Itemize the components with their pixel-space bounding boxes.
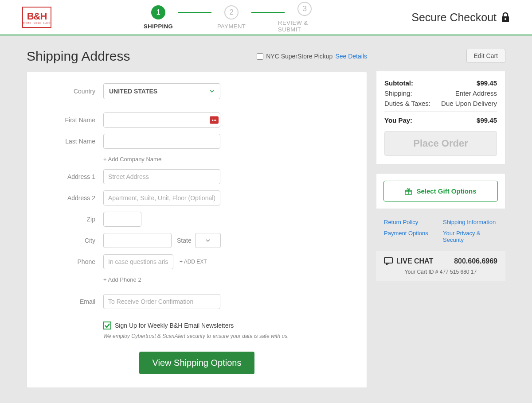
secure-checkout-label: Secure Checkout [411,11,510,24]
chat-icon [384,257,393,265]
newsletter-checkbox-row[interactable]: Sign Up for Weekly B&H Email Newsletters [103,322,349,329]
logo-subtext: PHOTO · VIDEO · AUDIO [23,22,51,24]
address1-label: Address 1 [45,173,103,180]
divider [384,112,497,112]
chevron-down-icon [205,238,211,243]
phone-input[interactable] [103,254,173,269]
return-policy-link[interactable]: Return Policy [384,219,438,225]
youpay-value: $99.45 [477,116,497,124]
address2-label: Address 2 [45,194,103,202]
shipping-value: Enter Address [455,89,497,97]
phone-number: 800.606.6969 [454,257,497,265]
youpay-label: You Pay: [384,116,412,124]
step-label: PAYMENT [217,23,246,30]
cart-id: Your Cart ID # 477 515 680 17 [384,269,497,275]
view-shipping-button[interactable]: View Shipping Options [139,352,255,374]
place-order-button[interactable]: Place Order [384,131,497,156]
add-phone2-link[interactable]: + Add Phone 2 [103,276,141,283]
add-ext-link[interactable]: + ADD EXT [180,259,207,265]
help-links: Return Policy Shipping Information Payme… [376,215,505,251]
contact-card: LIVE CHAT 800.606.6969 Your Cart ID # 47… [376,251,505,281]
duties-value: Due Upon Delivery [441,100,497,107]
main-content: Shipping Address NYC SuperStore Pickup S… [27,49,367,388]
add-company-link[interactable]: + Add Company Name [103,156,161,163]
city-input[interactable] [103,233,172,248]
svg-rect-5 [384,258,392,263]
gift-options-button[interactable]: Select Gift Options [383,181,498,202]
step-payment: 2 PAYMENT [205,5,258,30]
duties-label: Duties & Taxes: [384,100,430,107]
chevron-down-icon [209,89,215,94]
checkmark-icon [104,322,110,329]
privacy-link[interactable]: Your Privacy & Security [443,230,497,243]
firstname-label: First Name [45,116,103,124]
email-label: Email [45,298,103,305]
autofill-icon[interactable]: ••• [210,116,219,124]
country-label: Country [45,88,103,95]
subtotal-value: $99.45 [477,79,497,87]
payment-options-link[interactable]: Payment Options [384,230,438,243]
zip-input[interactable] [103,212,141,227]
security-note: We employ Cybertrust & ScanAlert securit… [103,333,349,339]
address2-input[interactable] [103,190,220,205]
checkout-steps: 1 SHIPPING 2 PAYMENT 3 REVIEW & SUBMIT [69,2,394,33]
shipping-form: Country UNITED STATES First Name ••• Las… [27,72,367,388]
logo[interactable]: B&H PHOTO · VIDEO · AUDIO [22,7,51,28]
pickup-label: NYC SuperStore Pickup [266,53,332,60]
live-chat-button[interactable]: LIVE CHAT [384,257,433,265]
zip-label: Zip [45,216,103,223]
newsletter-checkbox[interactable] [103,322,111,329]
step-label: SHIPPING [144,23,173,30]
step-number: 3 [297,2,312,16]
see-details-link[interactable]: See Details [335,53,367,60]
shipping-info-link[interactable]: Shipping Information [443,219,497,225]
lastname-label: Last Name [45,138,103,145]
lock-icon [501,12,510,23]
live-chat-label: LIVE CHAT [396,257,433,265]
step-review: 3 REVIEW & SUBMIT [278,2,331,33]
city-label: City [45,237,103,244]
logo-text: B&H [27,11,47,22]
state-label: State [177,237,192,244]
edit-cart-button[interactable]: Edit Cart [466,49,505,63]
firstname-input[interactable] [103,112,220,128]
header: B&H PHOTO · VIDEO · AUDIO 1 SHIPPING 2 P… [0,0,532,35]
order-summary: Subtotal: $99.45 Shipping: Enter Address… [376,71,505,164]
pickup-option: NYC SuperStore Pickup See Details [257,53,367,60]
svg-point-1 [505,18,506,20]
country-select[interactable]: UNITED STATES [103,83,220,99]
pickup-checkbox[interactable] [257,53,263,60]
step-number: 2 [224,5,239,19]
shipping-label: Shipping: [384,89,412,97]
secure-text: Secure Checkout [411,11,497,24]
gift-options-card: Select Gift Options [376,173,505,209]
step-shipping[interactable]: 1 SHIPPING [132,5,185,30]
newsletter-label: Sign Up for Weekly B&H Email Newsletters [115,322,234,329]
lastname-input[interactable] [103,134,220,149]
gift-icon [405,188,412,195]
phone-label: Phone [45,258,103,265]
state-select[interactable] [195,233,221,248]
email-input[interactable] [103,294,220,309]
gift-options-label: Select Gift Options [416,187,476,195]
step-label: REVIEW & SUBMIT [278,19,331,33]
page-title: Shipping Address [27,49,130,64]
address1-input[interactable] [103,169,220,184]
sidebar: Edit Cart Subtotal: $99.45 Shipping: Ent… [376,49,505,281]
step-number: 1 [151,5,165,19]
country-value: UNITED STATES [109,88,157,95]
subtotal-label: Subtotal: [384,79,413,87]
